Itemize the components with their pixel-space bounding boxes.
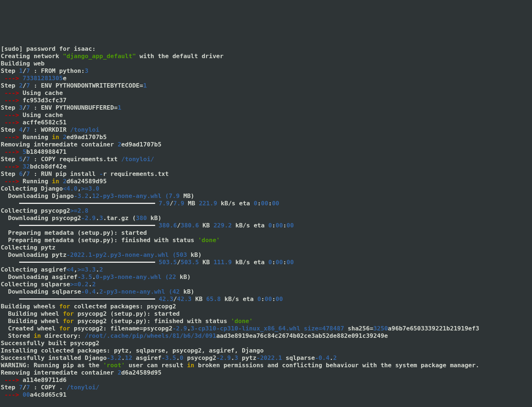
step-6-hash: ---> a114e89711d6 (1, 376, 67, 383)
step-4-run: ---> Running in 2ed9ad1707b5 (1, 134, 107, 141)
sudo-line: [sudo] password for isaac: (1, 45, 96, 52)
step-5-hash: ---> 32bdcb8df42e (1, 163, 67, 170)
step-4-hash: ---> 5b1848988471 (1, 148, 67, 155)
step-3-cache: ---> Using cache (1, 112, 63, 118)
step-4-rm: Removing intermediate container 2ed9ad17… (1, 141, 161, 148)
step-2-cache: ---> Using cache (1, 89, 63, 96)
step-6-rm: Removing intermediate container 2d6a2458… (1, 369, 161, 376)
step-3: Step 3/7 : ENV PYTHONUNBUFFERED=1 (1, 104, 121, 111)
step-2-hash: ---> fc953d3cfc37 (1, 97, 67, 104)
building-web: Building web (1, 60, 44, 67)
step-4: Step 4/7 : WORKDIR /tonyloi (1, 126, 99, 133)
step-2: Step 2/7 : ENV PYTHONDONTWRITEBYTECODE=1 (1, 82, 147, 89)
step-5: Step 5/7 : COPY requirements.txt /tonylo… (1, 156, 154, 163)
wheels-build-done: Building wheel for psycopg2 (setup.py): … (1, 318, 253, 325)
wheels-build-start: Building wheel for psycopg2 (setup.py): … (1, 310, 180, 317)
dl-sqlparse: Downloading sqlparse-0.4.2-py3-none-any.… (1, 288, 194, 295)
collect-psycopg2: Collecting psycopg2>=2.8 (1, 207, 88, 214)
installing: Installing collected packages: pytz, sql… (1, 347, 264, 354)
progress-django: 7.9/7.9 MB 221.9 kB/s eta 0:00:00 (1, 200, 279, 207)
built-ok: Successfully built psycopg2 (1, 340, 99, 347)
success-install: Successfully installed Django-3.2.12 asg… (1, 354, 337, 361)
progress-sqlparse: 42.3/42.3 KB 65.8 kB/s eta 0:00:00 (1, 295, 283, 302)
terminal-output[interactable]: [sudo] password for isaac: Creating netw… (0, 37, 532, 400)
pip-warning: WARNING: Running pip as the 'root' user … (1, 362, 479, 369)
step-7-hash: ---> 00a4c8d65c91 (1, 391, 67, 398)
step-6-run: ---> Running in 2d6a24589d95 (1, 178, 107, 185)
psycopg2-prep2: Preparing metadata (setup.py): finished … (1, 237, 220, 244)
network-line: Creating network "django_app_default" wi… (1, 53, 224, 60)
collect-asgiref: Collecting asgiref<4,>=3.3.2 (1, 266, 103, 273)
progress-pytz: 503.5/503.5 KB 111.9 kB/s eta 0:00:00 (1, 259, 294, 266)
wheels-created: Created wheel for psycopg2: filename=psy… (1, 325, 479, 332)
wheels-stored: Stored in directory: /root/.cache/pip/wh… (1, 332, 388, 339)
dl-pytz: Downloading pytz-2022.1-py2.py3-none-any… (1, 251, 201, 258)
step-7: Step 7/7 : COPY . /tonyloi/ (1, 384, 99, 391)
collect-django: Collecting Django<4.0,>=3.0 (1, 185, 99, 192)
collect-pytz: Collecting pytz (1, 244, 56, 251)
psycopg2-prep1: Preparing metadata (setup.py): started (1, 229, 147, 236)
wheels-header: Building wheels for collected packages: … (1, 303, 176, 310)
step-3-hash: ---> acffe6582c51 (1, 119, 67, 126)
dl-asgiref: Downloading asgiref-3.5.0-py3-none-any.w… (1, 273, 191, 280)
step-6: Step 6/7 : RUN pip install -r requiremen… (1, 170, 169, 177)
step-1-hash: ---> 73381281305e (1, 75, 67, 82)
progress-psycopg2: 380.6/380.6 KB 229.2 kB/s eta 0:00:00 (1, 222, 294, 229)
dl-django: Downloading Django-3.2.12-py3-none-any.w… (1, 192, 194, 199)
step-1: Step 1/7 : FROM python:3 (1, 67, 88, 74)
collect-sqlparse: Collecting sqlparse>=0.2.2 (1, 281, 96, 288)
dl-psycopg2: Downloading psycopg2-2.9.3.tar.gz (380 k… (1, 215, 161, 222)
